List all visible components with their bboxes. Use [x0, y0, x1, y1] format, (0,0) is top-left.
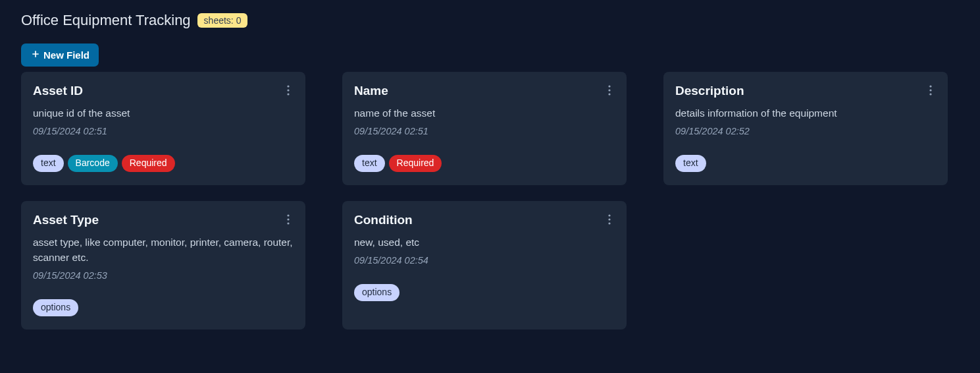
tag-text: text: [33, 155, 64, 172]
field-title: Condition: [354, 213, 413, 227]
field-card[interactable]: Asset Typeasset type, like computer, mon…: [21, 201, 305, 330]
svg-point-1: [287, 89, 289, 91]
more-vertical-icon: [929, 85, 932, 98]
tag-text: text: [354, 155, 385, 172]
svg-point-9: [287, 214, 289, 216]
field-title: Description: [675, 84, 744, 98]
svg-point-6: [929, 85, 931, 87]
svg-point-11: [287, 222, 289, 224]
tag-required: Required: [389, 155, 442, 172]
field-title: Asset ID: [33, 84, 83, 98]
field-card-header: Name: [354, 84, 615, 99]
plus-icon: [30, 49, 41, 61]
field-description: asset type, like computer, monitor, prin…: [33, 235, 294, 266]
more-options-button[interactable]: [283, 84, 294, 99]
more-options-button[interactable]: [925, 84, 936, 99]
more-options-button[interactable]: [604, 213, 615, 228]
field-description: new, used, etc: [354, 235, 615, 250]
svg-point-3: [608, 85, 610, 87]
page-header: Office Equipment Tracking sheets: 0: [21, 12, 959, 29]
new-field-button[interactable]: New Field: [21, 43, 99, 67]
svg-point-5: [608, 93, 610, 95]
field-description: unique id of the asset: [33, 105, 294, 121]
field-card-grid: Asset IDunique id of the asset09/15/2024…: [21, 72, 959, 330]
field-card-header: Condition: [354, 213, 615, 228]
tag-barcode: Barcode: [68, 155, 118, 172]
svg-point-7: [929, 89, 931, 91]
more-vertical-icon: [287, 214, 290, 227]
more-vertical-icon: [608, 85, 611, 98]
field-title: Asset Type: [33, 213, 99, 227]
svg-point-8: [929, 93, 931, 95]
field-timestamp: 09/15/2024 02:54: [354, 255, 615, 266]
field-card[interactable]: Descriptiondetails information of the eq…: [663, 72, 948, 185]
tag-options: options: [354, 284, 400, 301]
more-vertical-icon: [287, 85, 290, 98]
field-description: name of the asset: [354, 105, 615, 121]
page-title: Office Equipment Tracking: [21, 12, 191, 29]
more-vertical-icon: [608, 214, 611, 227]
field-card-header: Asset ID: [33, 84, 294, 99]
tag-row: textBarcodeRequired: [33, 155, 294, 172]
svg-point-10: [287, 218, 289, 220]
svg-point-2: [287, 93, 289, 95]
field-description: details information of the equipment: [675, 105, 936, 121]
svg-point-13: [608, 218, 610, 220]
tag-row: text: [675, 155, 936, 172]
field-card[interactable]: Conditionnew, used, etc09/15/2024 02:54o…: [342, 201, 627, 330]
svg-point-14: [608, 222, 610, 224]
tag-options: options: [33, 299, 78, 316]
svg-point-12: [608, 214, 610, 216]
new-field-label: New Field: [43, 49, 90, 61]
field-card[interactable]: Asset IDunique id of the asset09/15/2024…: [21, 72, 305, 185]
field-card-header: Description: [675, 84, 936, 99]
tag-text: text: [675, 155, 706, 172]
field-timestamp: 09/15/2024 02:51: [33, 126, 294, 136]
svg-point-0: [287, 85, 289, 87]
tag-row: options: [354, 284, 615, 301]
field-title: Name: [354, 84, 388, 98]
field-timestamp: 09/15/2024 02:53: [33, 270, 294, 281]
svg-point-4: [608, 89, 610, 91]
field-card[interactable]: Namename of the asset09/15/2024 02:51tex…: [342, 72, 627, 185]
sheets-count-badge: sheets: 0: [197, 13, 248, 28]
more-options-button[interactable]: [604, 84, 615, 99]
more-options-button[interactable]: [283, 213, 294, 228]
field-card-header: Asset Type: [33, 213, 294, 228]
field-timestamp: 09/15/2024 02:52: [675, 126, 936, 136]
tag-required: Required: [122, 155, 175, 172]
tag-row: textRequired: [354, 155, 615, 172]
field-timestamp: 09/15/2024 02:51: [354, 126, 615, 136]
tag-row: options: [33, 299, 294, 316]
